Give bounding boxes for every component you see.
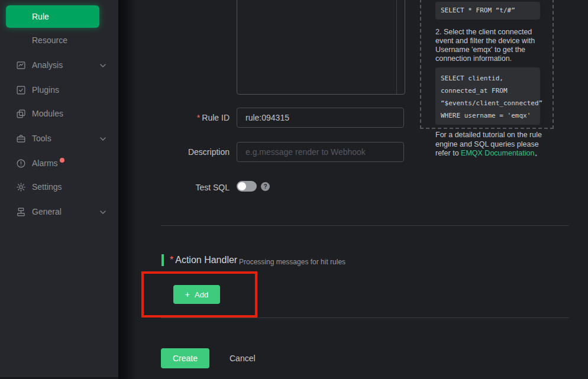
sql-example-2-line: connected_at FROM [441,85,540,97]
sidebar-item-alarms[interactable]: Alarms [0,151,118,175]
sidebar-item-plugins[interactable]: Plugins [0,78,118,102]
sidebar-item-analysis[interactable]: Analysis [0,53,118,77]
alarm-exclamation-icon [16,158,26,169]
description-label: Description [142,147,230,157]
sidebar-item-modules[interactable]: Modules [0,102,118,125]
sidebar-item-tools[interactable]: Tools [0,127,118,150]
sidebar-shadow [118,0,137,379]
alarm-badge-dot [60,158,64,163]
add-action-button[interactable]: Add [173,285,220,304]
rule-id-input[interactable] [237,108,404,128]
rule-id-label: *Rule ID [142,113,230,122]
analysis-chart-icon [16,60,26,70]
sql-example-2-line: WHERE username = 'emqx' [441,109,540,122]
sidebar: Rule Resource Analysis Plugins Mo [0,0,118,379]
help-tip-2: 2. Select the client connected event and… [435,28,549,63]
sidebar-item-label: Settings [32,182,62,192]
sidebar-item-label: Analysis [32,60,63,70]
sql-example-2-line: “$events/client_connected” [441,97,540,109]
sidebar-item-label: Modules [32,109,63,118]
general-layers-icon [16,207,26,217]
sidebar-item-general[interactable]: General [0,200,118,223]
chevron-down-icon [99,135,106,142]
sidebar-item-label: Resource [32,35,67,45]
settings-gear-icon [16,182,26,192]
sql-example-2: SELECT clientid, connected_at FROM “$eve… [435,67,540,125]
chevron-down-icon [99,208,106,215]
description-input[interactable] [237,142,404,162]
sidebar-item-label: General [32,207,62,216]
add-button-label: Add [195,290,208,299]
section-divider [161,318,569,318]
plugins-check-icon [16,85,26,95]
sidebar-item-label: Tools [32,134,51,143]
plus-icon [185,290,190,299]
emqx-documentation-link[interactable]: EMQX Documentation [461,149,534,157]
sidebar-item-label: Alarms [32,158,58,168]
sidebar-item-label: Rule [32,12,49,21]
action-handler-title: *Action Handler [170,255,237,265]
editor-scrollbar-gutter[interactable] [396,0,397,94]
sidebar-bottom-scrollbar[interactable] [0,376,118,379]
tools-briefcase-icon [16,134,26,144]
action-handler-subtitle: Processing messages for hit rules [239,258,345,266]
cancel-button[interactable]: Cancel [230,348,256,368]
create-button[interactable]: Create [161,348,209,368]
sidebar-item-label: Plugins [32,85,59,95]
emqx-dashboard-rule-create-page: Rule Resource Analysis Plugins Mo [0,0,588,379]
sql-example-2-line: SELECT clientid, [441,72,540,85]
question-mark-icon[interactable] [261,182,270,191]
sidebar-item-rule[interactable]: Rule [0,5,118,28]
modules-copy-icon [16,109,26,119]
sql-example-1: SELECT * FROM “t/#” [435,2,540,20]
section-accent-bar [161,254,164,266]
chevron-down-icon [99,61,106,69]
test-sql-toggle[interactable] [237,181,257,192]
test-sql-label: Test SQL [142,183,230,192]
sidebar-item-resource[interactable]: Resource [0,28,118,52]
sql-editor-textarea[interactable] [237,0,405,95]
toggle-knob [238,182,246,190]
sidebar-item-settings[interactable]: Settings [0,175,118,199]
section-divider [161,225,569,226]
required-asterisk: * [197,113,200,122]
tutorial-text: For a detailed tutorial on the rule engi… [435,131,548,158]
required-asterisk: * [170,255,173,265]
rule-active-button[interactable]: Rule [6,5,99,28]
